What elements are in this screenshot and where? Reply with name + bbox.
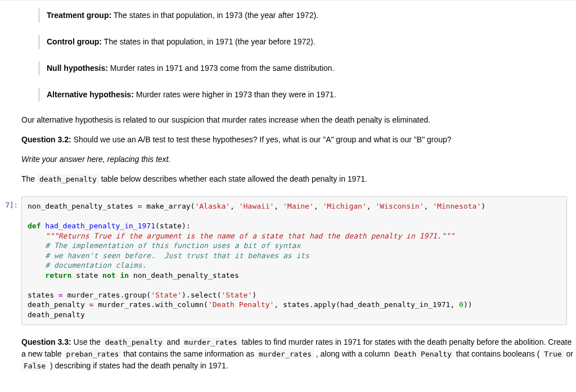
markdown-cell: Treatment group: The states in that popu…	[0, 1, 576, 195]
markdown-body: Question 3.3: Use the death_penalty and …	[21, 326, 576, 382]
inline-code: preban_rates	[64, 349, 122, 359]
q32-text: Should we use an A/B test to test these …	[71, 135, 452, 144]
q33-label: Question 3.3:	[21, 337, 71, 346]
input-prompt: 7]:	[0, 195, 21, 326]
markdown-body: Treatment group: The states in that popu…	[21, 1, 576, 195]
inline-code: False	[21, 361, 48, 371]
bq-label: Null hypothesis:	[47, 64, 108, 73]
inline-code-death-penalty: death_penalty	[37, 174, 99, 184]
bq-text: Murder rates in 1971 and 1973 come from …	[108, 64, 334, 73]
dp-intro: The death_penalty table below describes …	[21, 173, 576, 185]
bq-label: Control group:	[47, 37, 102, 46]
prompt-empty	[0, 326, 21, 382]
blockquote-alt: Alternative hypothesis: Murder rates wer…	[38, 88, 576, 102]
answer-placeholder[interactable]: Write your answer here, replacing this t…	[21, 154, 576, 165]
code-cell-body[interactable]: non_death_penalty_states = make_array('A…	[21, 195, 576, 326]
q32-label: Question 3.2:	[21, 135, 71, 144]
bq-text: The states in that population, in 1973 (…	[111, 11, 318, 20]
inline-code: True	[542, 349, 564, 359]
bq-text: Murder rates were higher in 1973 than th…	[134, 90, 336, 99]
dp-intro-pre: The	[21, 174, 37, 183]
question-3-2: Question 3.2: Should we use an A/B test …	[21, 134, 576, 146]
bq-label: Treatment group:	[47, 11, 111, 20]
bq-label: Alternative hypothesis:	[47, 90, 134, 99]
code-cell-7: 7]: non_death_penalty_states = make_arra…	[0, 195, 576, 326]
blockquote-treatment: Treatment group: The states in that popu…	[38, 8, 576, 22]
alt-suspicion-text: Our alternative hypothesis is related to…	[21, 114, 576, 126]
markdown-cell-q33: Question 3.3: Use the death_penalty and …	[0, 326, 576, 382]
bq-text: The states in that population, in 1971 (…	[102, 37, 316, 46]
question-3-3: Question 3.3: Use the death_penalty and …	[21, 336, 576, 372]
inline-code: murder_rates	[182, 337, 240, 347]
inline-code: death_penalty	[103, 337, 165, 347]
code-editor[interactable]: non_death_penalty_states = make_array('A…	[21, 196, 567, 325]
dp-intro-post: table below describes whether each state…	[99, 174, 367, 183]
inline-code: murder_rates	[256, 349, 314, 359]
blockquote-null: Null hypothesis: Murder rates in 1971 an…	[38, 61, 576, 75]
inline-code: Death Penalty	[392, 349, 454, 359]
prompt-empty	[0, 1, 21, 195]
notebook: Treatment group: The states in that popu…	[0, 0, 576, 382]
blockquote-control: Control group: The states in that popula…	[38, 35, 576, 49]
